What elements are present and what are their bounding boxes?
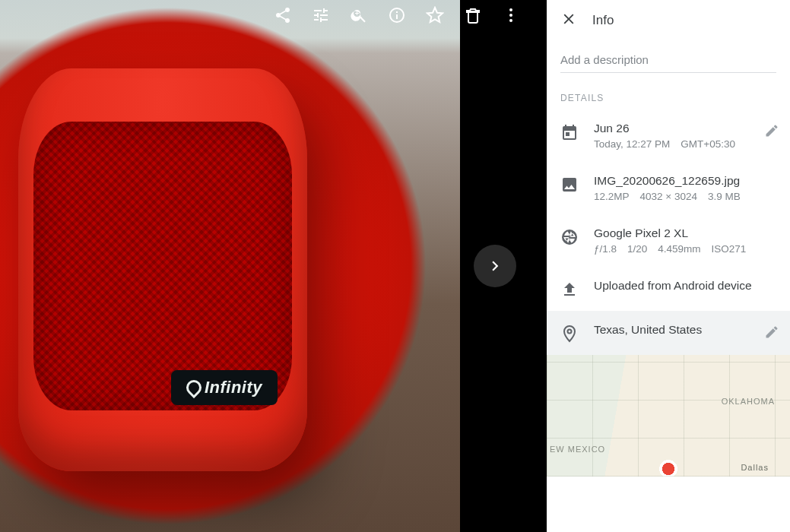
photo-brand-badge: Infinity [171,370,278,405]
map-label-oklahoma: OKLAHOMA [722,397,775,406]
file-dims: 4032 × 3024 [640,191,697,202]
edit-date-icon[interactable] [764,123,779,138]
tune-icon[interactable] [312,6,330,24]
map-label-dallas: Dallas [741,463,769,472]
date-time: Today, 12:27 PM [594,138,670,150]
svg-point-1 [509,14,512,17]
svg-point-0 [509,8,512,11]
share-icon[interactable] [274,6,292,24]
detail-row-camera: Google Pixel 2 XL ƒ/1.8 1/20 4.459mm ISO… [547,214,790,267]
details-label: DETAILS [560,93,776,103]
panel-title: Info [592,13,614,28]
upload-icon [560,280,579,299]
svg-point-2 [509,19,512,22]
image-icon [560,176,579,194]
description-input[interactable] [560,49,776,72]
camera-aperture: ƒ/1.8 [594,243,617,255]
camera-name: Google Pixel 2 XL [594,226,776,240]
description-field[interactable] [560,49,776,73]
photo-action-bar [274,6,520,24]
upload-text: Uploaded from Android device [594,279,776,293]
detail-row-location[interactable]: Texas, United States [547,311,790,355]
close-icon[interactable] [560,11,577,30]
camera-shutter: 1/20 [627,243,647,255]
next-photo-button[interactable] [474,245,516,287]
file-size: 3.9 MB [708,191,741,202]
location-text: Texas, United States [594,323,776,337]
detail-row-upload: Uploaded from Android device [547,267,790,311]
map-label-newmexico: EW MEXICO [550,445,605,454]
photo-viewer: Infinity [0,0,547,532]
aperture-icon [560,228,579,246]
zoom-in-icon[interactable] [350,6,368,24]
location-icon [560,325,579,343]
location-map[interactable]: OKLAHOMA EW MEXICO Dallas [547,355,790,477]
info-icon[interactable] [388,6,406,24]
date-primary: Jun 26 [594,122,776,135]
calendar-icon [560,123,579,141]
info-panel: Info DETAILS Jun 26 Today, 12:27 PMGMT+0… [547,0,790,532]
detail-row-date: Jun 26 Today, 12:27 PMGMT+05:30 [547,109,790,162]
more-icon[interactable] [502,6,520,24]
photo-subject-speaker [18,68,307,471]
camera-focal: 4.459mm [658,243,700,255]
edit-location-icon[interactable] [764,325,779,340]
star-icon[interactable] [426,6,444,24]
delete-icon[interactable] [464,6,482,24]
file-name: IMG_20200626_122659.jpg [594,174,776,188]
file-mp: 12.2MP [594,191,630,202]
date-tz: GMT+05:30 [681,138,735,150]
camera-iso: ISO271 [712,243,747,255]
photo-image[interactable]: Infinity [0,0,460,532]
detail-row-file: IMG_20200626_122659.jpg 12.2MP 4032 × 30… [547,162,790,214]
